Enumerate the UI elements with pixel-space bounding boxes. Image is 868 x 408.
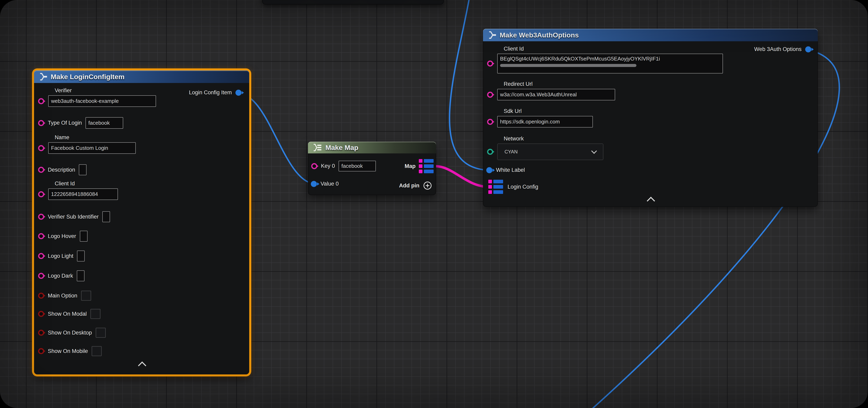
pin-group-client-id: Client Id 1222658941886084 bbox=[38, 180, 118, 200]
show-on-modal-label: Show On Modal bbox=[48, 311, 87, 317]
node-header[interactable]: Make Map bbox=[308, 142, 436, 154]
node-title: Make Web3AuthOptions bbox=[500, 31, 579, 39]
main-option-pin[interactable] bbox=[38, 293, 44, 299]
key-0-pin[interactable] bbox=[311, 163, 317, 169]
output-pin-row-map: Map bbox=[405, 159, 434, 173]
client-id-pin[interactable] bbox=[487, 61, 493, 67]
value-0-pin[interactable] bbox=[311, 181, 317, 187]
add-pin-row[interactable]: Add pin bbox=[399, 181, 432, 190]
show-on-modal-pin[interactable] bbox=[38, 311, 44, 317]
network-pin[interactable] bbox=[487, 149, 493, 155]
name-label: Name bbox=[55, 134, 136, 141]
client-id-input[interactable]: 1222658941886084 bbox=[48, 189, 118, 200]
logo-hover-pin[interactable] bbox=[38, 233, 44, 239]
partial-node-above[interactable] bbox=[262, 0, 444, 4]
name-input[interactable]: Facebook Custom Login bbox=[48, 142, 136, 154]
output-pin-label: Web 3Auth Options bbox=[754, 46, 802, 53]
make-container-icon bbox=[312, 144, 322, 151]
type-of-login-input[interactable]: facebook bbox=[86, 117, 123, 129]
output-pin-row: Login Config Item bbox=[189, 90, 242, 96]
pin-row-verifier-sub-identifier: Verifier Sub Identifier bbox=[38, 211, 110, 222]
collapse-chevron-icon[interactable] bbox=[138, 362, 146, 370]
network-label: Network bbox=[504, 136, 603, 142]
logo-hover-label: Logo Hover bbox=[48, 233, 76, 239]
node-make-login-config-item[interactable]: Make LoginConfigItem Login Config Item V… bbox=[34, 70, 249, 374]
make-struct-icon bbox=[488, 31, 496, 39]
network-dropdown[interactable]: CYAN bbox=[497, 143, 603, 160]
pin-row-key-0: Key 0 facebook bbox=[311, 161, 376, 171]
chevron-down-icon bbox=[591, 148, 597, 154]
pin-row-login-config: Login Config bbox=[488, 180, 538, 194]
show-on-mobile-checkbox[interactable] bbox=[92, 346, 102, 356]
login-config-label: Login Config bbox=[507, 184, 538, 190]
node-make-map[interactable]: Make Map Key 0 facebook Map Value 0 bbox=[308, 142, 436, 195]
client-id-text: BEglQSgt4cUWcj6SKRdu5QkOXTsePmMcusG5EAoy… bbox=[500, 56, 720, 62]
client-id-pin[interactable] bbox=[38, 191, 44, 197]
pin-group-client-id: Client Id BEglQSgt4cUWcj6SKRdu5QkOXTsePm… bbox=[487, 46, 723, 73]
logo-light-pin[interactable] bbox=[38, 253, 44, 259]
logo-dark-pin[interactable] bbox=[38, 273, 44, 279]
pin-group-sdk-url: Sdk Url https://sdk.openlogin.com bbox=[487, 108, 593, 128]
add-pin-label: Add pin bbox=[399, 182, 420, 189]
white-label-label: White Label bbox=[496, 167, 525, 173]
show-on-mobile-label: Show On Mobile bbox=[48, 348, 88, 354]
pin-row-logo-hover: Logo Hover bbox=[38, 231, 88, 242]
logo-dark-input[interactable] bbox=[77, 270, 85, 281]
redirect-url-label: Redirect Url bbox=[504, 81, 615, 87]
name-pin[interactable] bbox=[38, 145, 44, 151]
description-input[interactable] bbox=[79, 164, 87, 175]
make-struct-icon bbox=[38, 73, 48, 81]
pin-row-show-on-modal: Show On Modal bbox=[38, 309, 100, 319]
sdk-url-input[interactable]: https://sdk.openlogin.com bbox=[497, 116, 593, 128]
main-option-checkbox[interactable] bbox=[81, 291, 91, 301]
pin-row-logo-dark: Logo Dark bbox=[38, 270, 85, 281]
show-on-desktop-checkbox[interactable] bbox=[96, 328, 106, 338]
pin-group-verifier: Verifier web3auth-facebook-example bbox=[38, 88, 156, 107]
sdk-url-pin[interactable] bbox=[487, 119, 493, 125]
client-id-label: Client Id bbox=[55, 180, 118, 187]
white-label-pin[interactable] bbox=[486, 167, 492, 173]
main-option-label: Main Option bbox=[48, 293, 78, 299]
login-config-pin[interactable] bbox=[488, 180, 503, 194]
verifier-input[interactable]: web3auth-facebook-example bbox=[48, 95, 156, 107]
collapse-chevron-icon[interactable] bbox=[647, 197, 655, 205]
client-id-scrollbar[interactable] bbox=[500, 64, 637, 67]
pin-row-logo-light: Logo Light bbox=[38, 250, 85, 262]
web3auth-options-output-pin[interactable] bbox=[805, 46, 811, 53]
output-pin-label: Login Config Item bbox=[189, 90, 232, 96]
show-on-desktop-pin[interactable] bbox=[38, 330, 44, 336]
pin-row-show-on-desktop: Show On Desktop bbox=[38, 328, 106, 338]
show-on-mobile-pin[interactable] bbox=[38, 348, 44, 354]
type-of-login-pin[interactable] bbox=[38, 120, 44, 126]
logo-light-input[interactable] bbox=[77, 250, 85, 262]
type-of-login-label: Type Of Login bbox=[48, 120, 82, 126]
verifier-sub-identifier-label: Verifier Sub Identifier bbox=[48, 214, 99, 220]
map-label: Map bbox=[405, 163, 415, 169]
pin-group-network: Network CYAN bbox=[487, 136, 603, 160]
value-0-label: Value 0 bbox=[320, 181, 339, 187]
logo-hover-input[interactable] bbox=[80, 231, 88, 242]
wire-login-config-item-to-value0[interactable] bbox=[238, 94, 316, 184]
key-0-input[interactable]: facebook bbox=[339, 161, 376, 171]
node-title: Make Map bbox=[326, 144, 359, 151]
circle-plus-icon[interactable] bbox=[423, 181, 432, 190]
key-0-label: Key 0 bbox=[321, 163, 335, 169]
map-output-pin[interactable] bbox=[419, 159, 434, 173]
redirect-url-pin[interactable] bbox=[487, 92, 493, 98]
login-config-item-output-pin[interactable] bbox=[236, 90, 242, 96]
verifier-label: Verifier bbox=[55, 88, 156, 94]
client-id-label: Client Id bbox=[504, 46, 723, 52]
node-header[interactable]: Make Web3AuthOptions bbox=[483, 29, 818, 41]
pin-row-main-option: Main Option bbox=[38, 291, 91, 301]
verifier-sub-identifier-input[interactable] bbox=[102, 211, 110, 222]
redirect-url-input[interactable]: w3a://com.w3a.Web3AuthUnreal bbox=[497, 89, 615, 100]
node-header[interactable]: Make LoginConfigItem bbox=[34, 70, 249, 83]
description-pin[interactable] bbox=[38, 167, 44, 173]
verifier-pin[interactable] bbox=[38, 98, 44, 104]
node-make-web3auth-options[interactable]: Make Web3AuthOptions Web 3Auth Options C… bbox=[483, 29, 818, 207]
pin-row-description: Description bbox=[38, 164, 87, 175]
client-id-input[interactable]: BEglQSgt4cUWcj6SKRdu5QkOXTsePmMcusG5EAoy… bbox=[497, 54, 723, 73]
graph-canvas[interactable]: Make LoginConfigItem Login Config Item V… bbox=[0, 0, 868, 408]
verifier-sub-identifier-pin[interactable] bbox=[38, 214, 44, 220]
show-on-modal-checkbox[interactable] bbox=[90, 309, 100, 319]
